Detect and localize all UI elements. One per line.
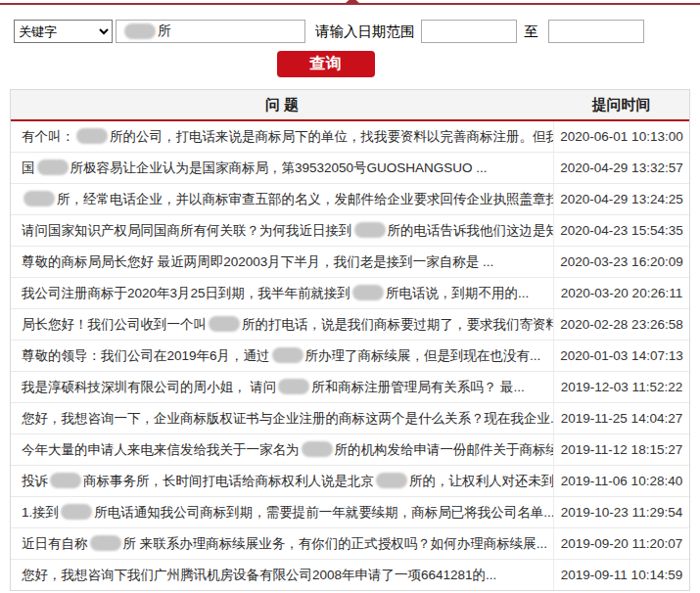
time-cell: 2019-11-12 18:15:27: [554, 434, 689, 465]
question-text: 所电话通知我公司商标到期，需要提前一年就要续期，商标局已将我公司名单...: [94, 505, 554, 520]
question-text: 所电话说，到期不用的...: [386, 286, 529, 300]
question-text: 1.接到: [22, 505, 59, 520]
keyword-input[interactable]: 所: [116, 20, 305, 43]
redacted-text: [376, 473, 407, 488]
question-cell[interactable]: 投诉商标事务所，长时间打电话给商标权利人说是北京所的，让权利人对还未到续...: [11, 466, 554, 496]
redacted-text: [124, 23, 156, 39]
question-text: 尊敬的领导：我们公司在2019年6月，通过: [22, 348, 270, 363]
question-cell[interactable]: 1.接到所电话通知我公司商标到期，需要提前一年就要续期，商标局已将我公司名单..…: [11, 497, 554, 527]
question-text: 有个叫：: [22, 129, 74, 144]
question-text: 所的机构发给申请一份邮件关于商标续...: [335, 442, 555, 457]
question-text: 所的打电话，说是我们商标要过期了，要求我们寄资料...: [242, 317, 554, 332]
redacted-text: [278, 379, 309, 394]
question-text: 您好，我想咨询一下，企业商标版权证书与企业注册的商标这两个是什么关系？现在我企业…: [22, 411, 554, 426]
question-cell[interactable]: 有个叫：所的公司，打电话来说是商标局下的单位，找我要资料以完善商标注册。但我..…: [11, 121, 554, 152]
redacted-text: [23, 191, 55, 206]
question-text: 国: [22, 160, 35, 175]
redacted-text: [354, 222, 386, 238]
question-text: 请问国家知识产权局同国商所有何关联？为何我近日接到: [22, 223, 352, 238]
search-form: 关键字 所 请输入日期范围 至: [14, 20, 644, 43]
time-cell: 2019-09-11 10:14:59: [554, 560, 689, 590]
redacted-text: [76, 128, 108, 144]
date-from-input[interactable]: [421, 20, 517, 43]
date-to-input[interactable]: [548, 20, 644, 43]
redacted-text: [90, 535, 121, 551]
question-cell[interactable]: 请问国家知识产权局同国商所有何关联？为何我近日接到所的电话告诉我他们这边是知..…: [11, 215, 554, 246]
date-range-label: 请输入日期范围: [315, 23, 415, 41]
redacted-text: [61, 504, 92, 520]
table-header: 问 题 提问时间: [11, 90, 689, 121]
active-tab-arrow-icon: [346, 0, 359, 3]
time-cell: 2019-12-03 11:52:22: [554, 372, 689, 402]
time-cell: 2020-04-29 13:32:57: [554, 153, 689, 183]
question-text: 近日有自称: [22, 536, 88, 551]
time-cell: 2020-04-23 15:54:35: [554, 215, 689, 246]
table-row[interactable]: 所，经常电话企业，并以商标审查五部的名义，发邮件给企业要求回传企业执照盖章扫..…: [11, 184, 689, 215]
question-cell[interactable]: 局长您好！我们公司收到一个叫所的打电话，说是我们商标要过期了，要求我们寄资料..…: [11, 309, 554, 340]
time-cell: 2020-02-28 23:26:58: [554, 309, 689, 340]
field-type-select[interactable]: 关键字: [14, 20, 113, 43]
time-column-header: 提问时间: [553, 96, 689, 114]
table-row[interactable]: 投诉商标事务所，长时间打电话给商标权利人说是北京所的，让权利人对还未到续...2…: [11, 466, 689, 497]
question-cell[interactable]: 今年大量的申请人来电来信发给我关于一家名为所的机构发给申请一份邮件关于商标续..…: [11, 434, 554, 465]
time-cell: 2020-06-01 10:13:00: [554, 121, 689, 152]
table-row[interactable]: 有个叫：所的公司，打电话来说是商标局下的单位，找我要资料以完善商标注册。但我..…: [11, 121, 689, 153]
question-cell[interactable]: 您好，我想咨询下我们广州腾讯机房设备有限公司2008年申请了一项6641281的…: [11, 560, 554, 590]
redacted-text: [209, 316, 240, 332]
time-cell: 2020-03-23 16:20:09: [554, 247, 689, 277]
table-row[interactable]: 我公司注册商标于2020年3月25日到期，我半年前就接到所电话说，到期不用的..…: [11, 278, 689, 309]
search-button[interactable]: 查询: [277, 51, 375, 77]
question-cell[interactable]: 我是淳硕科技深圳有限公司的周小姐， 请问所和商标注册管理局有关系吗？ 最...: [11, 372, 554, 402]
results-table: 问 题 提问时间 有个叫：所的公司，打电话来说是商标局下的单位，找我要资料以完善…: [10, 89, 690, 591]
table-row[interactable]: 近日有自称所 来联系办理商标续展业务，有你们的正式授权吗？如何办理商标续展...…: [11, 528, 689, 560]
time-cell: 2019-11-06 10:28:40: [554, 466, 689, 496]
question-text: 局长您好！我们公司收到一个叫: [22, 317, 207, 332]
table-row[interactable]: 局长您好！我们公司收到一个叫所的打电话，说是我们商标要过期了，要求我们寄资料..…: [11, 309, 689, 341]
question-text: 尊敬的商标局局长您好 最近两周即202003月下半月，我们老是接到一家自称是 .…: [22, 254, 493, 269]
question-cell[interactable]: 尊敬的商标局局长您好 最近两周即202003月下半月，我们老是接到一家自称是 .…: [11, 247, 554, 277]
question-text: 所，经常电话企业，并以商标审查五部的名义，发邮件给企业要求回传企业执照盖章扫..…: [57, 192, 554, 206]
table-row[interactable]: 尊敬的领导：我们公司在2019年6月，通过所办理了商标续展，但是到现在也没有..…: [11, 341, 689, 372]
range-separator-label: 至: [525, 23, 539, 41]
question-cell[interactable]: 所，经常电话企业，并以商标审查五部的名义，发邮件给企业要求回传企业执照盖章扫..…: [11, 184, 554, 214]
redacted-text: [352, 285, 384, 300]
question-text: 我公司注册商标于2020年3月25日到期，我半年前就接到: [22, 286, 350, 300]
question-column-header: 问 题: [11, 96, 553, 114]
question-text: 今年大量的申请人来电来信发给我关于一家名为: [22, 442, 300, 457]
question-text: 所的，让权利人对还未到续...: [409, 474, 554, 488]
time-cell: 2019-11-25 14:04:27: [554, 403, 689, 433]
question-cell[interactable]: 您好，我想咨询一下，企业商标版权证书与企业注册的商标这两个是什么关系？现在我企业…: [11, 403, 554, 433]
button-row: 查询: [0, 51, 652, 77]
table-row[interactable]: 1.接到所电话通知我公司商标到期，需要提前一年就要续期，商标局已将我公司名单..…: [11, 497, 689, 528]
question-text: 所的电话告诉我他们这边是知...: [388, 223, 555, 238]
question-text: 您好，我想咨询下我们广州腾讯机房设备有限公司2008年申请了一项6641281的…: [22, 568, 496, 582]
time-cell: 2020-04-29 13:24:25: [554, 184, 689, 214]
question-text: 所极容易让企业认为是国家商标局，第39532050号GUOSHANGSUO ..…: [70, 160, 488, 175]
redacted-text: [272, 347, 303, 363]
time-cell: 2019-09-20 11:20:07: [554, 528, 689, 559]
question-text: 投诉: [22, 474, 48, 488]
table-row[interactable]: 您好，我想咨询一下，企业商标版权证书与企业注册的商标这两个是什么关系？现在我企业…: [11, 403, 689, 434]
redacted-text: [37, 160, 69, 175]
table-row[interactable]: 我是淳硕科技深圳有限公司的周小姐， 请问所和商标注册管理局有关系吗？ 最...2…: [11, 372, 689, 403]
table-row[interactable]: 请问国家知识产权局同国商所有何关联？为何我近日接到所的电话告诉我他们这边是知..…: [11, 215, 689, 247]
table-row[interactable]: 您好，我想咨询下我们广州腾讯机房设备有限公司2008年申请了一项6641281的…: [11, 560, 689, 590]
table-row[interactable]: 尊敬的商标局局长您好 最近两周即202003月下半月，我们老是接到一家自称是 .…: [11, 247, 689, 278]
table-row[interactable]: 今年大量的申请人来电来信发给我关于一家名为所的机构发给申请一份邮件关于商标续..…: [11, 434, 689, 466]
question-text: 所和商标注册管理局有关系吗？ 最...: [311, 380, 525, 394]
top-divider-line: [0, 3, 700, 5]
question-cell[interactable]: 国所极容易让企业认为是国家商标局，第39532050号GUOSHANGSUO .…: [11, 153, 554, 183]
time-cell: 2019-10-23 11:29:54: [554, 497, 689, 527]
question-text: 所办理了商标续展，但是到现在也没有...: [305, 348, 541, 363]
question-cell[interactable]: 我公司注册商标于2020年3月25日到期，我半年前就接到所电话说，到期不用的..…: [11, 278, 554, 308]
question-text: 所 来联系办理商标续展业务，有你们的正式授权吗？如何办理商标续展...: [123, 536, 548, 551]
question-cell[interactable]: 尊敬的领导：我们公司在2019年6月，通过所办理了商标续展，但是到现在也没有..…: [11, 341, 554, 371]
redacted-text: [302, 441, 333, 457]
question-text: 我是淳硕科技深圳有限公司的周小姐， 请问: [22, 380, 276, 394]
question-cell[interactable]: 近日有自称所 来联系办理商标续展业务，有你们的正式授权吗？如何办理商标续展...: [11, 528, 554, 559]
table-row[interactable]: 国所极容易让企业认为是国家商标局，第39532050号GUOSHANGSUO .…: [11, 153, 689, 184]
question-text: 所的公司，打电话来说是商标局下的单位，找我要资料以完善商标注册。但我...: [110, 129, 554, 144]
redacted-text: [50, 473, 81, 488]
table-body: 有个叫：所的公司，打电话来说是商标局下的单位，找我要资料以完善商标注册。但我..…: [11, 121, 689, 590]
question-text: 所: [158, 23, 171, 40]
